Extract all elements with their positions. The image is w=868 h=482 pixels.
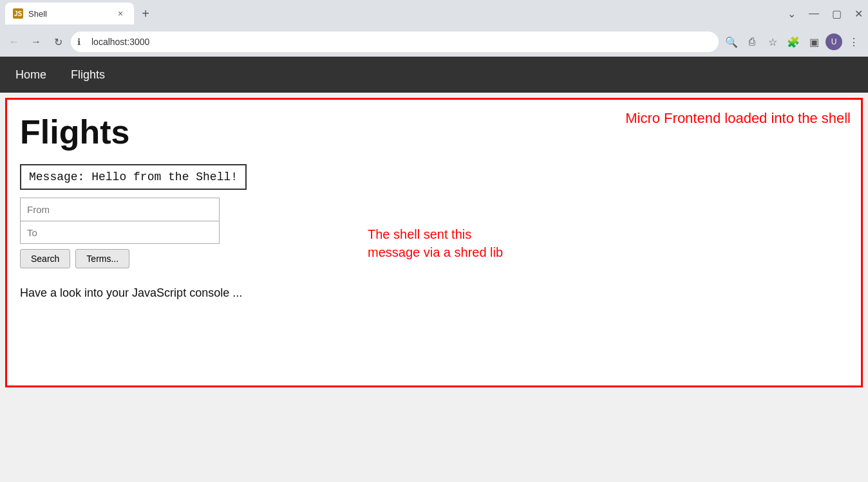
star-icon[interactable]: ☆ — [764, 33, 782, 51]
maximize-button[interactable]: ▢ — [832, 8, 842, 20]
avatar[interactable]: U — [826, 33, 842, 50]
nav-home[interactable]: Home — [13, 63, 49, 87]
app-nav: Home Flights — [0, 57, 868, 93]
refresh-button[interactable]: ↻ — [49, 33, 67, 51]
forward-button[interactable]: → — [27, 33, 45, 51]
address-input[interactable] — [71, 32, 719, 52]
terms-button[interactable]: Terms... — [75, 249, 129, 268]
tab-close-button[interactable]: × — [115, 8, 126, 19]
search-button[interactable]: Search — [20, 249, 70, 268]
browser-chrome: JS Shell × + ⌄ — ▢ ✕ ← → ↻ ℹ 🔍 — [0, 0, 868, 57]
minimize-button[interactable]: — — [809, 8, 819, 19]
tab-favicon: JS — [13, 8, 23, 19]
sidebar-icon[interactable]: ▣ — [805, 33, 823, 51]
console-hint: Have a look into your JavaScript console… — [20, 286, 848, 300]
message-box: Message: Hello from the Shell! — [20, 164, 247, 190]
info-icon: ℹ — [77, 37, 80, 47]
tab-title: Shell — [28, 9, 47, 19]
extensions-icon[interactable]: 🧩 — [784, 33, 802, 51]
address-bar-row: ← → ↻ ℹ 🔍 ⎙ ☆ 🧩 ▣ U ⋮ — [0, 27, 868, 57]
zoom-icon[interactable]: 🔍 — [722, 33, 741, 51]
tab-area: JS Shell × + — [5, 3, 155, 24]
share-icon[interactable]: ⎙ — [743, 33, 761, 51]
active-tab[interactable]: JS Shell × — [5, 3, 134, 24]
chevron-icon[interactable]: ⌄ — [788, 8, 796, 20]
window-controls: ⌄ — ▢ ✕ — [788, 8, 863, 20]
main-content: Micro Frontend loaded into the shell Fli… — [5, 98, 863, 387]
micro-frontend-label: Micro Frontend loaded into the shell — [625, 110, 851, 127]
back-button[interactable]: ← — [5, 33, 23, 51]
close-window-button[interactable]: ✕ — [854, 8, 863, 20]
new-tab-button[interactable]: + — [137, 5, 155, 23]
address-wrapper: ℹ — [71, 32, 719, 52]
side-note: The shell sent this message via a shred … — [368, 225, 503, 261]
from-input[interactable] — [20, 198, 220, 221]
nav-flights[interactable]: Flights — [68, 63, 108, 87]
menu-icon[interactable]: ⋮ — [845, 33, 863, 51]
title-bar: JS Shell × + ⌄ — ▢ ✕ — [0, 0, 868, 27]
toolbar-icons: 🔍 ⎙ ☆ 🧩 ▣ U ⋮ — [722, 33, 863, 51]
to-input[interactable] — [20, 221, 220, 244]
